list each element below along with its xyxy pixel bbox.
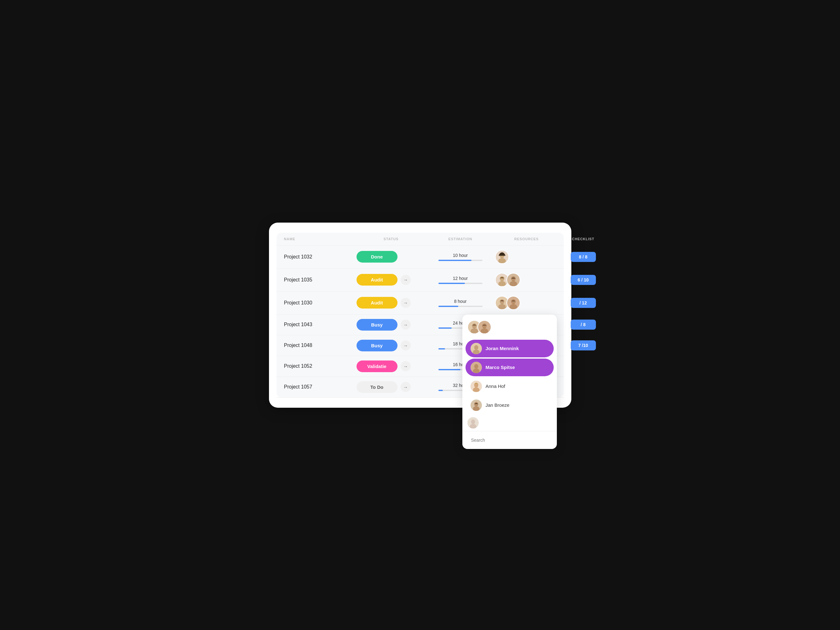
col-name: NAME xyxy=(284,237,357,241)
checklist-badge[interactable]: 7 /10 xyxy=(571,340,596,350)
status-badge-audit[interactable]: Audit xyxy=(357,274,398,285)
svg-point-7 xyxy=(511,276,516,281)
table-header: NAME STATUS ESTIMATION RESOURCES CHECKLI… xyxy=(276,233,564,246)
svg-point-25 xyxy=(474,364,478,369)
est-bar xyxy=(439,390,443,391)
checklist-cell: / 8 xyxy=(558,320,608,330)
arrow-button[interactable]: → xyxy=(401,340,411,350)
screen: NAME STATUS ESTIMATION RESOURCES CHECKLI… xyxy=(269,223,572,408)
arrow-button[interactable]: → xyxy=(401,361,411,371)
svg-point-34 xyxy=(471,419,475,424)
dropdown-item-joran[interactable]: Joran Mennink xyxy=(466,340,554,358)
checklist-cell: 8 / 8 xyxy=(558,252,608,262)
dropdown-item-avatar xyxy=(471,381,482,392)
est-label: 8 hour xyxy=(454,299,467,304)
project-table: NAME STATUS ESTIMATION RESOURCES CHECKLI… xyxy=(276,233,564,398)
dropdown-extra xyxy=(463,415,557,430)
est-bar-bg xyxy=(439,306,483,307)
dropdown-item-name: Marco Spitse xyxy=(486,365,515,370)
est-bar xyxy=(439,260,472,261)
project-name: Project 1052 xyxy=(284,363,357,369)
status-badge-busy[interactable]: Busy xyxy=(357,319,398,331)
table-row: Project 1035 Audit → 12 hour xyxy=(276,269,564,291)
est-bar xyxy=(439,306,458,307)
estimation-cell: 8 hour xyxy=(426,299,495,307)
resources-cell xyxy=(495,250,558,264)
status-cell: Done xyxy=(357,251,426,263)
dropdown-item-marco[interactable]: Marco Spitse xyxy=(466,359,554,376)
est-bar xyxy=(439,283,465,284)
col-resources: RESOURCES xyxy=(495,237,558,241)
project-name: Project 1057 xyxy=(284,384,357,390)
dropdown-item-name: Jan Broeze xyxy=(486,402,510,408)
dropdown-divider xyxy=(463,431,557,432)
status-cell: Validatie → xyxy=(357,361,426,372)
dropdown-item-jan[interactable]: Jan Broeze xyxy=(466,396,554,414)
status-cell: Busy → xyxy=(357,340,426,351)
checklist-badge[interactable]: 8 / 8 xyxy=(571,252,596,262)
avatar[interactable] xyxy=(495,250,509,264)
table-row: Project 1032 Done 10 hour xyxy=(276,246,564,269)
dropdown-item-avatar xyxy=(471,343,482,354)
resources-cell xyxy=(495,296,558,310)
svg-point-16 xyxy=(472,323,477,328)
project-name: Project 1035 xyxy=(284,277,357,283)
avatar[interactable] xyxy=(507,296,520,310)
dropdown-avatar[interactable] xyxy=(477,320,491,334)
estimation-cell: 12 hour xyxy=(426,276,495,284)
svg-point-31 xyxy=(474,402,478,406)
checklist-badge[interactable]: 6 / 10 xyxy=(571,275,596,285)
dropdown-item-avatar xyxy=(471,400,482,411)
col-checklist: CHECKLIST xyxy=(558,237,608,241)
checklist-cell: 6 / 10 xyxy=(558,275,608,285)
resources-cell xyxy=(495,273,558,287)
arrow-button[interactable]: → xyxy=(401,382,411,392)
est-label: 10 hour xyxy=(453,253,468,258)
table-row: Project 1030 Audit → 8 hour xyxy=(276,291,564,315)
dropdown-item-avatar xyxy=(471,362,482,373)
col-status: STATUS xyxy=(357,237,426,241)
svg-point-4 xyxy=(499,276,504,281)
project-name: Project 1030 xyxy=(284,300,357,306)
search-input[interactable] xyxy=(467,435,552,445)
status-cell: Audit → xyxy=(357,274,426,285)
arrow-button[interactable]: → xyxy=(401,298,411,308)
resources-dropdown: Joran Mennink Marco Spitse xyxy=(463,315,557,449)
est-bar xyxy=(439,369,461,370)
project-name: Project 1048 xyxy=(284,343,357,348)
svg-point-10 xyxy=(499,299,504,304)
status-cell: To Do → xyxy=(357,381,426,393)
est-label: 12 hour xyxy=(453,276,468,281)
estimation-cell: 10 hour xyxy=(426,253,495,261)
checklist-cell: 7 /10 xyxy=(558,340,608,350)
col-estimation: ESTIMATION xyxy=(426,237,495,241)
status-badge-done[interactable]: Done xyxy=(357,251,398,263)
dropdown-avatars xyxy=(463,318,557,339)
svg-point-22 xyxy=(474,345,478,350)
svg-point-13 xyxy=(511,299,516,304)
project-name: Project 1032 xyxy=(284,254,357,260)
dropdown-item-name: Anna Hof xyxy=(486,383,505,389)
dropdown-item-anna[interactable]: Anna Hof xyxy=(466,378,554,395)
est-bar xyxy=(439,328,452,329)
est-bar-bg xyxy=(439,283,483,284)
arrow-button[interactable]: → xyxy=(401,320,411,330)
dropdown-item-name: Joran Mennink xyxy=(486,346,519,351)
status-cell: Audit → xyxy=(357,297,426,309)
arrow-button[interactable]: → xyxy=(401,275,411,285)
status-badge-validatie[interactable]: Validatie xyxy=(357,361,398,372)
checklist-cell: / 12 xyxy=(558,298,608,308)
svg-point-19 xyxy=(482,323,486,328)
status-badge-audit[interactable]: Audit xyxy=(357,297,398,309)
est-bar xyxy=(439,348,445,350)
status-badge-busy[interactable]: Busy xyxy=(357,340,398,351)
checklist-badge[interactable]: / 8 xyxy=(571,320,596,330)
project-name: Project 1043 xyxy=(284,322,357,328)
dropdown-item-avatar[interactable] xyxy=(467,417,479,428)
avatar[interactable] xyxy=(507,273,520,287)
est-bar-bg xyxy=(439,260,483,261)
status-badge-todo[interactable]: To Do xyxy=(357,381,398,393)
status-cell: Busy → xyxy=(357,319,426,331)
checklist-badge[interactable]: / 12 xyxy=(571,298,596,308)
